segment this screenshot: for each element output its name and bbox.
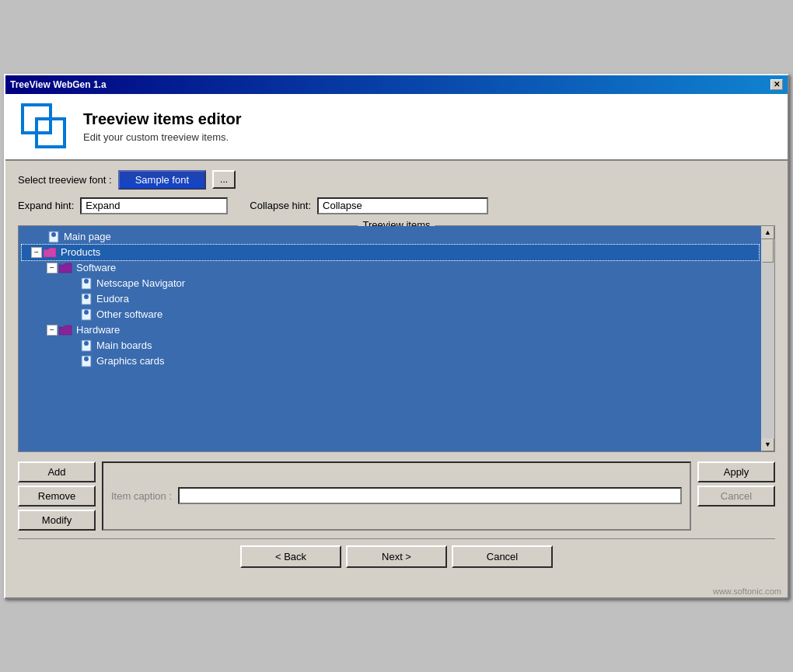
tree-item-main-boards[interactable]: Main boards (22, 338, 759, 353)
header-title: Treeview items editor (83, 110, 241, 128)
folder2-icon (59, 262, 73, 274)
font-row: Select treeview font : Sample font ... (18, 170, 775, 190)
caption-input[interactable] (178, 487, 682, 504)
tree-wrapper: Main page − Products − (19, 226, 774, 451)
tree-item-graphics-cards[interactable]: Graphics cards (22, 353, 759, 369)
next-button[interactable]: Next > (346, 545, 447, 568)
left-buttons: Add Remove Modify (18, 461, 96, 531)
tree-scrollbar[interactable]: ▲ ▼ (761, 226, 774, 451)
back-button[interactable]: < Back (240, 545, 341, 568)
tree-content[interactable]: Main page − Products − (19, 226, 774, 451)
title-bar: TreeView WebGen 1.a ✕ (5, 75, 788, 94)
cancel-button[interactable]: Cancel (452, 545, 553, 568)
page-icon (48, 231, 61, 243)
right-buttons: Apply Cancel (697, 461, 775, 531)
folder2-icon (59, 324, 73, 336)
footer-buttons: < Back Next > Cancel (18, 538, 775, 577)
expand-hint-label: Expand hint: (18, 200, 74, 211)
page-icon (81, 293, 93, 305)
collapse-hint-input[interactable] (317, 197, 488, 214)
svg-point-5 (84, 279, 89, 284)
tree-label: Other software (96, 308, 162, 320)
svg-point-9 (84, 310, 89, 315)
tree-label: Eudora (96, 293, 129, 305)
tree-item-main-page[interactable]: Main page (22, 229, 759, 245)
folder-icon (44, 246, 58, 259)
page-icon (81, 308, 93, 321)
tree-label: Main boards (96, 339, 152, 351)
font-browse-button[interactable]: ... (212, 170, 236, 189)
svg-point-13 (84, 357, 89, 361)
page-icon (81, 277, 93, 290)
page-icon (81, 339, 93, 352)
watermark: www.softonic.com (5, 587, 788, 597)
remove-button[interactable]: Remove (18, 486, 96, 507)
svg-point-11 (84, 341, 89, 346)
add-button[interactable]: Add (18, 461, 96, 482)
header-section: Treeview items editor Edit your custom t… (5, 94, 788, 161)
scroll-down-button[interactable]: ▼ (761, 438, 774, 451)
treeview-group: Treeview items Main page (18, 225, 775, 452)
font-button[interactable]: Sample font (118, 170, 206, 190)
products-toggle[interactable]: − (31, 247, 42, 258)
tree-item-eudora[interactable]: Eudora (22, 291, 759, 307)
tree-label: Software (76, 262, 116, 273)
content-area: Select treeview font : Sample font ... E… (5, 161, 788, 587)
apply-button[interactable]: Apply (697, 461, 775, 482)
collapse-hint-label: Collapse hint: (250, 200, 311, 211)
close-button[interactable]: ✕ (770, 79, 783, 90)
svg-point-3 (51, 232, 56, 237)
caption-label: Item caption : (111, 490, 172, 502)
header-subtitle: Edit your custom treeview items. (83, 131, 241, 143)
tree-label: Hardware (76, 324, 120, 336)
bottom-section: Add Remove Modify Item caption : Apply C… (18, 461, 775, 531)
expand-hint-input[interactable] (80, 197, 228, 214)
tree-label: Netscape Navigator (96, 277, 185, 289)
font-label: Select treeview font : (18, 174, 112, 186)
tree-label: Products (61, 246, 100, 258)
tree-item-hardware[interactable]: − Hardware (22, 322, 759, 338)
tree-label: Main page (64, 231, 111, 242)
header-text: Treeview items editor Edit your custom t… (83, 110, 241, 143)
no-toggle (37, 231, 48, 242)
modify-button[interactable]: Modify (18, 510, 96, 531)
software-toggle[interactable]: − (47, 263, 58, 273)
window-title: TreeView WebGen 1.a (10, 79, 107, 90)
tree-item-software[interactable]: − Software (22, 260, 759, 276)
cancel-item-button[interactable]: Cancel (697, 486, 775, 507)
svg-point-7 (84, 294, 89, 299)
hints-row: Expand hint: Collapse hint: (18, 197, 775, 214)
item-caption-area: Item caption : (102, 461, 691, 531)
tree-label: Graphics cards (96, 355, 164, 367)
tree-item-products[interactable]: − Products (22, 245, 759, 260)
page-icon (81, 355, 93, 367)
scroll-up-button[interactable]: ▲ (761, 226, 774, 239)
header-icon (21, 103, 68, 150)
tree-item-other-software[interactable]: Other software (22, 307, 759, 322)
scroll-thumb[interactable] (762, 239, 774, 263)
hardware-toggle[interactable]: − (47, 325, 58, 336)
main-window: TreeView WebGen 1.a ✕ Treeview items edi… (4, 74, 789, 599)
tree-item-netscape[interactable]: Netscape Navigator (22, 276, 759, 291)
